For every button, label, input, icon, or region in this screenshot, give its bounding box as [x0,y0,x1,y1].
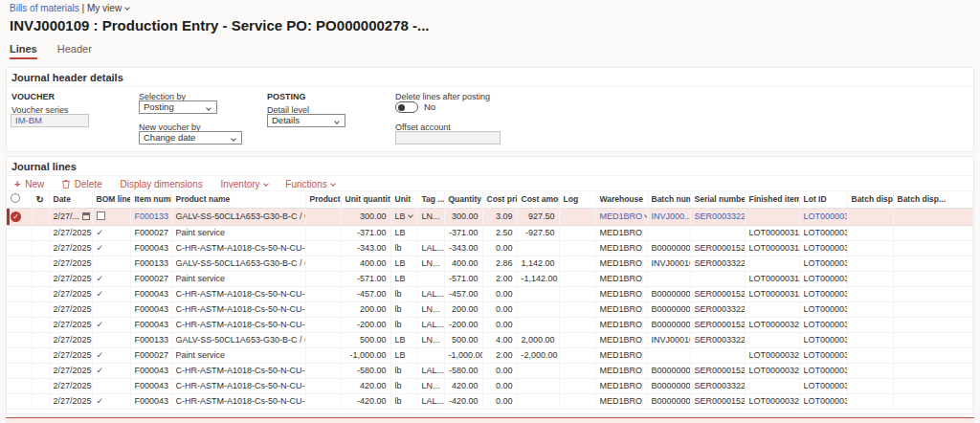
cell-cost_amount[interactable]: -2,000.00 [517,347,559,363]
cell-ptype[interactable] [305,378,341,393]
cell-item[interactable]: F000133 [130,256,171,271]
cell-warehouse[interactable]: MED1BRO [595,208,647,225]
refresh-button[interactable]: ↻ [32,191,49,208]
cell-bd1[interactable] [847,225,893,240]
cell-bd2[interactable] [893,208,973,225]
cell-unit_qty[interactable]: -457.00 [341,286,390,301]
detail-level-select[interactable]: Details [267,114,345,127]
cell-date[interactable]: 2/27/2025 [49,393,92,409]
cell-cost_price[interactable]: 2.86 [482,256,517,271]
cell-bd1[interactable] [847,271,893,286]
cell-serial[interactable] [690,271,745,286]
cell-product[interactable]: C-HR-ASTM-A1018-Cs-50-N-CU-P / C-H... [171,301,305,317]
cell-product[interactable]: C-HR-ASTM-A1018-Cs-50-N-CU-P / C-H... [171,286,305,301]
cell-unit[interactable]: lb [390,240,417,256]
cell-bd2[interactable] [893,393,973,409]
cell-unit_qty[interactable]: -1,000.00 [341,347,390,363]
col-header-bd2[interactable]: Batch disp... [893,191,973,208]
cell-sel[interactable] [7,363,32,378]
cell-cost_price[interactable]: 0.00 [482,286,517,301]
cell-batch[interactable]: B000000026 [647,363,690,378]
cell-qty[interactable]: 200.00 [444,301,482,317]
cell-date[interactable]: 2/27/2025 [49,317,92,332]
cell-ptype[interactable] [305,363,341,378]
cell-product[interactable]: Paint service [171,225,305,240]
cell-product[interactable]: GALV-SS-50CL1A653-G30-B-C / GALV-SS... [171,208,305,225]
cell-sel[interactable] [7,332,32,347]
cell-item[interactable]: F000043 [130,240,171,256]
col-header-cost_price[interactable]: Cost price [482,191,517,208]
chevron-down-icon[interactable] [408,212,413,218]
cell-log[interactable] [559,256,595,271]
delete-lines-toggle[interactable] [395,101,418,113]
cell-tag[interactable]: LAL... [417,317,444,332]
cell-batch[interactable]: B000000026 [647,317,690,332]
table-row[interactable]: 2/27/2025✓F000043C-HR-ASTM-A1018-Cs-50-N… [7,363,973,378]
col-header-finished_lot[interactable]: Finished item lot [745,191,799,208]
cell-tag[interactable]: LN... [417,256,444,271]
cell-log[interactable] [559,393,595,409]
cell-bom[interactable] [92,256,130,271]
cell-sel[interactable] [7,317,32,332]
cell-bd1[interactable] [847,256,893,271]
new-voucher-by-select[interactable]: Change date [139,131,242,145]
cell-finished_lot[interactable]: LOT000003196 [745,225,799,240]
cell-warehouse[interactable]: MED1BRO [595,317,647,332]
cell-tag[interactable] [417,225,444,240]
cell-finished_lot[interactable]: LOT000003204 [745,347,799,363]
cell-date[interactable]: 2/27/2025 [49,225,92,240]
cell-bom[interactable]: ✓ [92,347,130,363]
cell-unit[interactable]: LB [390,225,417,240]
table-row[interactable]: ✓2/27/...F000133GALV-SS-50CL1A653-G30-B-… [7,208,973,225]
cell-item[interactable]: F000043 [130,363,171,378]
cell-sel[interactable]: ✓ [7,208,32,225]
cell-ptype[interactable] [305,393,341,409]
cell-batch[interactable]: B000000026 [647,286,690,301]
cell-log[interactable] [559,332,595,347]
cell-ptype[interactable] [305,317,341,332]
cell-bd2[interactable] [893,347,973,363]
cell-cost_amount[interactable] [517,286,559,301]
cell-ref[interactable] [32,256,49,271]
table-row[interactable]: 2/27/2025F000043C-HR-ASTM-A1018-Cs-50-N-… [7,378,973,393]
cell-unit[interactable]: lb [390,301,417,317]
cell-log[interactable] [559,301,595,317]
col-header-unit[interactable]: Unit [390,191,417,208]
cell-warehouse[interactable]: MED1BRO [595,363,647,378]
cell-bom[interactable] [92,332,130,347]
cell-finished_lot[interactable]: LOT000003207 [745,393,799,409]
cell-lot_id[interactable]: LOT000003200 [799,271,847,286]
cell-bd1[interactable] [847,363,893,378]
cell-bd2[interactable] [893,271,973,286]
cell-cost_amount[interactable] [517,393,559,409]
section-title[interactable]: Journal header details [7,68,973,87]
cell-log[interactable] [559,286,595,301]
cell-ref[interactable] [32,317,49,332]
cell-log[interactable] [559,240,595,256]
new-button[interactable]: + New [14,178,44,189]
cell-bd1[interactable] [847,347,893,363]
cell-ptype[interactable] [305,347,341,363]
cell-log[interactable] [559,208,595,225]
cell-warehouse[interactable]: MED1BRO [595,286,647,301]
cell-serial[interactable]: SER0003322... [690,208,745,225]
cell-bom[interactable]: ✓ [92,286,130,301]
cell-serial[interactable]: SER000332258 [690,378,745,393]
cell-log[interactable] [559,363,595,378]
cell-bom[interactable] [92,208,130,225]
cell-finished_lot[interactable]: LOT000003196 [745,240,799,256]
table-row[interactable]: 2/27/2025F000133GALV-SS-50CL1A653-G30-B-… [7,332,973,347]
cell-ref[interactable] [32,286,49,301]
cell-unit[interactable]: lb [390,317,417,332]
cell-cost_amount[interactable] [517,240,559,256]
breadcrumb-link[interactable]: Bills of materials [10,3,79,13]
cell-serial[interactable]: SER000015212 [690,363,745,378]
cell-bd2[interactable] [893,256,973,271]
cell-product[interactable]: GALV-SS-50CL1A653-G30-B-C / GALV-SS... [171,256,305,271]
cell-unit_qty[interactable]: 300.00 [341,208,390,225]
cell-sel[interactable] [7,271,32,286]
cell-log[interactable] [559,378,595,393]
col-header-cost_amount[interactable]: Cost amount [517,191,559,208]
cell-tag[interactable]: LN... [417,378,444,393]
view-selector[interactable]: My view [87,3,122,13]
